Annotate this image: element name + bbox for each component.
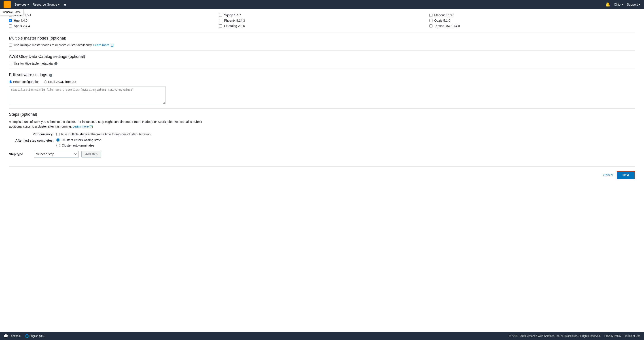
external-link-icon — [111, 44, 113, 47]
hcatalog-checkbox[interactable] — [219, 24, 222, 27]
resource-groups-menu[interactable]: Resource Groups — [33, 3, 60, 6]
waiting-state-radio[interactable] — [56, 138, 60, 142]
main-content: MXNet 1.5.1 Sqoop 1.4.7 Mahout 0.13.0 Hu… — [0, 9, 644, 332]
concurrency-checkbox-row[interactable]: Run multiple steps at the same time to i… — [56, 132, 150, 136]
mahout-checkbox[interactable] — [429, 14, 432, 17]
multiple-master-label[interactable]: Use multiple master nodes to improve clu… — [14, 43, 113, 47]
steps-title: Steps (optional) — [9, 112, 635, 117]
hive-metadata-label[interactable]: Use for Hive table metadata i — [14, 62, 58, 65]
steps-description: A step is a unit of work you submit to t… — [9, 119, 210, 129]
software-mxnet[interactable]: MXNet 1.5.1 — [9, 13, 215, 17]
concurrency-checkbox-label[interactable]: Run multiple steps at the same time to i… — [61, 132, 150, 136]
sqoop-checkbox[interactable] — [219, 14, 222, 17]
step-type-select[interactable]: Select a step — [34, 151, 79, 157]
enter-config-radio[interactable] — [9, 80, 12, 83]
services-menu[interactable]: Services — [14, 3, 29, 6]
bottom-actions: Cancel Next — [9, 166, 635, 179]
edit-software-title: Edit software settings i — [9, 73, 635, 77]
software-hcatalog[interactable]: HCatalog 2.3.6 — [219, 24, 425, 28]
multiple-master-learn-more[interactable]: Learn more — [93, 43, 109, 47]
resource-groups-label: Resource Groups — [33, 3, 57, 6]
hcatalog-label[interactable]: HCatalog 2.3.6 — [224, 24, 245, 28]
auto-terminate-option[interactable]: Cluster auto-terminates — [56, 144, 101, 147]
support-chevron-icon — [639, 4, 640, 5]
sqoop-label[interactable]: Sqoop 1.4.7 — [224, 13, 241, 17]
software-oozie[interactable]: Oozie 5.1.0 — [429, 19, 635, 22]
bookmarks-icon[interactable]: ★ — [63, 2, 66, 7]
hive-info-icon[interactable]: i — [54, 62, 58, 65]
support-label: Support — [627, 3, 638, 6]
concurrency-row: Concurrency: Run multiple steps at the s… — [9, 132, 635, 136]
concurrency-checkbox[interactable] — [56, 133, 60, 136]
top-navigation: aws Services Resource Groups ★ 🔔 Ohio Su… — [0, 0, 644, 9]
phoenix-checkbox[interactable] — [219, 19, 222, 22]
concurrency-label: Concurrency: — [9, 132, 54, 136]
after-step-row: After last step completes: Clusters ente… — [9, 138, 635, 147]
software-hue[interactable]: Hue 4.4.0 — [9, 19, 215, 22]
notifications-icon[interactable]: 🔔 — [605, 2, 610, 7]
multiple-master-checkbox-row[interactable]: Use multiple master nodes to improve clu… — [9, 43, 635, 47]
tensorflow-label[interactable]: TensorFlow 1.14.0 — [434, 24, 460, 28]
multiple-master-title: Multiple master nodes (optional) — [9, 36, 635, 41]
services-chevron-icon — [27, 4, 29, 5]
software-tensorflow[interactable]: TensorFlow 1.14.0 — [429, 24, 635, 28]
step-type-row: Step type Select a step Add step — [9, 151, 635, 157]
services-label: Services — [14, 3, 26, 6]
multiple-master-section: Multiple master nodes (optional) Use mul… — [9, 32, 635, 47]
hue-checkbox[interactable] — [9, 19, 12, 22]
support-menu[interactable]: Support — [627, 3, 640, 6]
aws-logo-box: aws — [4, 1, 11, 8]
auto-terminate-radio[interactable] — [56, 144, 60, 147]
waiting-state-option[interactable]: Clusters enters waiting state — [56, 138, 101, 142]
resource-groups-chevron-icon — [58, 4, 60, 5]
tensorflow-checkbox[interactable] — [429, 24, 432, 27]
region-chevron-icon — [622, 4, 623, 5]
steps-section: Steps (optional) A step is a unit of wor… — [9, 108, 635, 157]
edit-software-section: Edit software settings i Enter configura… — [9, 69, 635, 105]
cancel-button[interactable]: Cancel — [603, 173, 613, 177]
mahout-label[interactable]: Mahout 0.13.0 — [434, 13, 454, 17]
software-mahout[interactable]: Mahout 0.13.0 — [429, 13, 635, 17]
next-button[interactable]: Next — [617, 171, 635, 179]
step-type-label: Step type — [9, 152, 31, 156]
software-spark[interactable]: Spark 2.4.4 — [9, 24, 215, 28]
oozie-label[interactable]: Oozie 5.1.0 — [434, 19, 450, 22]
enter-config-option[interactable]: Enter configuration — [9, 80, 40, 83]
aws-glue-section: AWS Glue Data Catalog settings (optional… — [9, 50, 635, 65]
software-sqoop[interactable]: Sqoop 1.4.7 — [219, 13, 425, 17]
add-step-button[interactable]: Add step — [82, 151, 101, 157]
load-json-option[interactable]: Load JSON from S3 — [44, 80, 76, 83]
multiple-master-checkbox[interactable] — [9, 43, 12, 47]
spark-label[interactable]: Spark 2.4.4 — [14, 24, 30, 28]
steps-learn-more[interactable]: Learn more — [73, 125, 89, 128]
after-step-options: Clusters enters waiting state Cluster au… — [56, 138, 101, 147]
steps-external-link-icon — [90, 126, 92, 128]
aws-glue-checkbox-row[interactable]: Use for Hive table metadata i — [9, 62, 635, 65]
region-label: Ohio — [614, 3, 620, 6]
region-menu[interactable]: Ohio — [614, 3, 623, 6]
hue-label[interactable]: Hue 4.4.0 — [14, 19, 28, 22]
console-home-tooltip: Console Home — [0, 9, 24, 15]
edit-software-radio-group: Enter configuration Load JSON from S3 — [9, 80, 635, 83]
aws-logo[interactable]: aws — [4, 1, 11, 8]
spark-checkbox[interactable] — [9, 24, 12, 27]
load-json-radio[interactable] — [44, 80, 47, 83]
aws-glue-title: AWS Glue Data Catalog settings (optional… — [9, 54, 635, 59]
config-textarea[interactable] — [9, 86, 166, 104]
svg-text:aws: aws — [5, 3, 8, 5]
phoenix-label[interactable]: Phoenix 4.14.3 — [224, 19, 245, 22]
oozie-checkbox[interactable] — [429, 19, 432, 22]
after-step-label: After last step completes: — [9, 138, 54, 142]
software-phoenix[interactable]: Phoenix 4.14.3 — [219, 19, 425, 22]
edit-software-info-icon[interactable]: i — [49, 74, 52, 77]
software-checkbox-grid: MXNet 1.5.1 Sqoop 1.4.7 Mahout 0.13.0 Hu… — [9, 13, 635, 28]
hive-metadata-checkbox[interactable] — [9, 62, 12, 65]
